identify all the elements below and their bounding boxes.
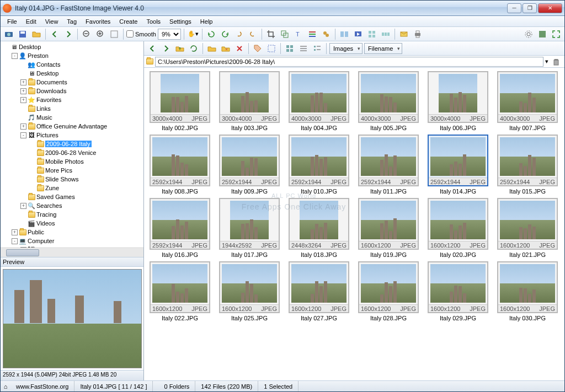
tree-node[interactable]: +🔍Searches xyxy=(2,201,142,210)
thumbnail-cell[interactable]: 1944x2592JPEGItaly 017.JPG xyxy=(217,198,282,258)
expand-icon[interactable]: + xyxy=(20,97,26,103)
expand-icon[interactable]: - xyxy=(12,53,18,59)
clone-icon[interactable] xyxy=(320,28,332,40)
slideshow-icon[interactable] xyxy=(352,28,364,40)
contact-sheet-icon[interactable] xyxy=(366,28,378,40)
tree-node[interactable]: -🖼Pictures xyxy=(2,131,142,139)
thumbnail-cell[interactable]: 1600x1200JPEGItaly 020.JPG xyxy=(425,198,491,258)
tree-node[interactable]: Saved Games xyxy=(2,192,142,201)
tree-scrollbar[interactable] xyxy=(1,248,143,257)
titlebar[interactable]: Italy 014.JPG - FastStone Image Viewer 4… xyxy=(1,1,564,16)
thumbnail-area[interactable]: 3000x4000JPEGItaly 002.JPG3000x4000JPEGI… xyxy=(144,68,564,380)
tree-node[interactable]: +Documents xyxy=(2,78,142,87)
move-to-icon[interactable] xyxy=(220,42,232,55)
tree-node[interactable]: Mobile Photos xyxy=(2,157,142,166)
nav-fwd2-icon[interactable] xyxy=(160,42,172,55)
view-details-icon[interactable] xyxy=(311,42,323,55)
menu-view[interactable]: View xyxy=(41,17,63,26)
thumbnail-cell[interactable]: 3000x4000JPEGItaly 006.JPG xyxy=(425,71,491,131)
rotate-left-icon[interactable] xyxy=(205,28,217,40)
thumbnail-cell[interactable]: 3000x4000JPEGItaly 003.JPG xyxy=(217,71,282,131)
rotate-right-icon[interactable] xyxy=(219,28,231,40)
print-icon[interactable] xyxy=(412,28,424,40)
tree-node[interactable]: 🎬Videos xyxy=(2,219,142,228)
expand-icon[interactable]: + xyxy=(20,123,26,130)
home-icon[interactable]: ⌂ xyxy=(1,383,10,390)
tree-node[interactable]: +Office Genuine Advantage xyxy=(2,122,142,131)
copy-to-icon[interactable] xyxy=(206,42,218,55)
menu-edit[interactable]: Edit xyxy=(22,17,41,26)
smooth-checkbox[interactable]: Smooth xyxy=(126,30,156,37)
thumbnail-cell[interactable]: 2592x1944JPEGItaly 011.JPG xyxy=(356,135,421,195)
status-site[interactable]: www.FastStone.org xyxy=(10,381,74,391)
strip-icon[interactable] xyxy=(380,28,392,40)
tree-node[interactable]: 🎵Music xyxy=(2,113,142,122)
thumbnail-cell[interactable]: 1600x1200JPEGItaly 027.JPG xyxy=(286,261,351,321)
thumbnail-cell[interactable]: 1600x1200JPEGItaly 030.JPG xyxy=(495,261,560,321)
menu-tools[interactable]: Tools xyxy=(142,17,165,26)
filter-dropdown[interactable]: Images xyxy=(329,43,363,54)
menu-file[interactable]: File xyxy=(3,17,22,26)
menu-help[interactable]: Help xyxy=(196,17,217,26)
thumbnail-cell[interactable]: 2592x1944JPEGItaly 014.JPG xyxy=(425,135,491,195)
expand-icon[interactable]: + xyxy=(20,79,26,85)
menu-favorites[interactable]: Favorites xyxy=(81,17,115,26)
zoom-out-icon[interactable] xyxy=(81,28,93,40)
tree-node[interactable]: -💻Computer xyxy=(2,237,142,245)
undo-icon[interactable] xyxy=(233,28,245,40)
expand-icon[interactable]: + xyxy=(20,88,26,94)
zoom-in-icon[interactable] xyxy=(94,28,106,40)
tree-node[interactable]: 🖥Desktop xyxy=(2,69,142,78)
tree-node[interactable]: Slide Shows xyxy=(2,175,142,184)
nav-forward-icon[interactable] xyxy=(62,28,74,40)
nav-back2-icon[interactable] xyxy=(146,42,158,55)
thumbnail-cell[interactable]: 2448x3264JPEGItaly 018.JPG xyxy=(286,198,351,258)
thumbnail-cell[interactable]: 1600x1200JPEGItaly 025.JPG xyxy=(217,261,282,321)
tree-node[interactable]: Links xyxy=(2,104,142,113)
tree-node[interactable]: 2009-06-28 Venice xyxy=(2,148,142,157)
skin-icon[interactable] xyxy=(536,28,548,40)
up-folder-icon[interactable] xyxy=(174,42,186,55)
tree-node[interactable]: More Pics xyxy=(2,166,142,175)
adjust-icon[interactable] xyxy=(306,28,318,40)
view-thumbs-icon[interactable] xyxy=(284,42,296,55)
zoom-select[interactable]: 9% xyxy=(158,29,181,40)
menu-tag[interactable]: Tag xyxy=(62,17,81,26)
thumbnail-cell[interactable]: 1600x1200JPEGItaly 022.JPG xyxy=(147,261,212,321)
delete-icon[interactable] xyxy=(233,42,246,55)
path-input[interactable] xyxy=(155,57,543,67)
compare-icon[interactable] xyxy=(338,28,350,40)
save-icon[interactable] xyxy=(17,28,29,40)
text-icon[interactable]: T xyxy=(292,28,305,40)
expand-icon[interactable]: - xyxy=(20,132,26,138)
hand-tool-icon[interactable]: ✋▾ xyxy=(187,28,199,40)
tree-node[interactable]: 2009-06-28 Italy xyxy=(2,139,142,148)
tag-icon[interactable] xyxy=(252,42,264,55)
sort-dropdown[interactable]: Filename xyxy=(364,43,402,54)
thumbnail-cell[interactable]: 4000x3000JPEGItaly 004.JPG xyxy=(286,71,351,131)
minimize-button[interactable]: ─ xyxy=(507,3,521,13)
tree-node[interactable]: -👤Preston xyxy=(2,51,142,60)
crop-icon[interactable] xyxy=(265,28,277,40)
thumbnail-cell[interactable]: 2592x1944JPEGItaly 010.JPG xyxy=(286,135,351,195)
maximize-button[interactable]: ❐ xyxy=(523,3,537,13)
fullscreen-icon[interactable] xyxy=(550,28,562,40)
preview-pane[interactable] xyxy=(1,267,143,370)
thumbnail-cell[interactable]: 1600x1200JPEGItaly 028.JPG xyxy=(356,261,421,321)
thumbnail-cell[interactable]: 2592x1944JPEGItaly 015.JPG xyxy=(495,135,560,195)
thumbnail-cell[interactable]: 2592x1944JPEGItaly 009.JPG xyxy=(217,135,282,195)
expand-icon[interactable]: - xyxy=(12,238,18,244)
menu-create[interactable]: Create xyxy=(115,17,142,26)
resize-icon[interactable] xyxy=(279,28,291,40)
expand-icon[interactable]: + xyxy=(12,229,18,235)
close-button[interactable]: ✕ xyxy=(538,3,562,13)
tree-node[interactable]: +⭐Favorites xyxy=(2,95,142,104)
expand-icon[interactable]: + xyxy=(20,203,26,209)
view-list-icon[interactable] xyxy=(297,42,310,55)
path-dropdown-icon[interactable]: ▾ xyxy=(545,58,548,65)
thumbnail-cell[interactable]: 1600x1200JPEGItaly 029.JPG xyxy=(425,261,491,321)
tree-node[interactable]: +Public xyxy=(2,228,142,237)
nav-back-icon[interactable] xyxy=(49,28,61,40)
fit-icon[interactable] xyxy=(108,28,120,40)
refresh-icon[interactable] xyxy=(188,42,200,55)
